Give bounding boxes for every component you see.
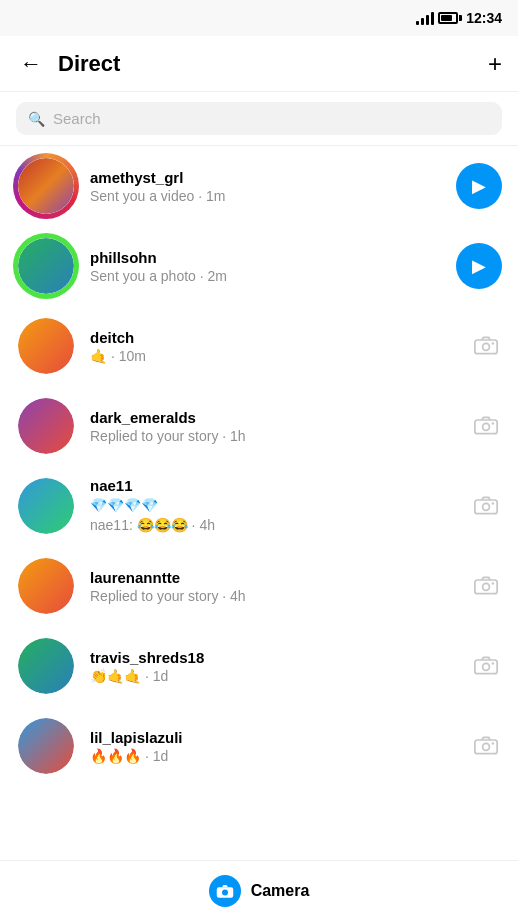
camera-action-button[interactable] <box>470 730 502 762</box>
avatar <box>16 476 76 536</box>
username: phillsohn <box>90 249 442 266</box>
camera-icon <box>209 875 241 907</box>
page-title: Direct <box>58 51 120 77</box>
svg-rect-12 <box>475 660 497 674</box>
username: deitch <box>90 329 456 346</box>
list-item[interactable]: travis_shreds18👏🤙🤙 · 1d <box>0 626 518 706</box>
avatar <box>16 396 76 456</box>
svg-point-5 <box>492 422 495 425</box>
svg-point-16 <box>483 743 490 750</box>
play-button[interactable]: ▶ <box>456 163 502 209</box>
avatar <box>16 556 76 616</box>
svg-rect-9 <box>475 580 497 594</box>
message-preview: 💎💎💎💎nae11: 😂😂😂 · 4h <box>90 496 456 535</box>
camera-action-button[interactable] <box>470 490 502 522</box>
avatar <box>16 236 76 296</box>
svg-point-2 <box>492 342 495 345</box>
svg-point-10 <box>483 583 490 590</box>
username: dark_emeralds <box>90 409 456 426</box>
search-container: 🔍 Search <box>0 92 518 146</box>
svg-rect-15 <box>475 740 497 754</box>
list-item[interactable]: nae11💎💎💎💎nae11: 😂😂😂 · 4h <box>0 466 518 546</box>
camera-action-button[interactable] <box>470 650 502 682</box>
svg-rect-3 <box>475 420 497 434</box>
list-item[interactable]: phillsohnSent you a photo · 2m▶ <box>0 226 518 306</box>
username: nae11 <box>90 477 456 494</box>
search-input[interactable]: Search <box>53 110 101 127</box>
search-icon: 🔍 <box>28 111 45 127</box>
svg-point-1 <box>483 343 490 350</box>
status-time: 12:34 <box>466 10 502 26</box>
message-preview: Replied to your story · 1h <box>90 428 456 444</box>
message-preview: 🔥🔥🔥 · 1d <box>90 748 456 764</box>
svg-rect-6 <box>475 500 497 514</box>
message-preview: 👏🤙🤙 · 1d <box>90 668 456 684</box>
add-button[interactable]: + <box>488 50 502 78</box>
signal-icon <box>416 11 434 25</box>
list-item[interactable]: lil_lapislazuli🔥🔥🔥 · 1d <box>0 706 518 786</box>
list-item[interactable]: amethyst_grlSent you a video · 1m▶ <box>0 146 518 226</box>
list-item[interactable]: laurenanntteReplied to your story · 4h <box>0 546 518 626</box>
bottom-bar[interactable]: Camera <box>0 860 518 920</box>
camera-action-button[interactable] <box>470 410 502 442</box>
play-button[interactable]: ▶ <box>456 243 502 289</box>
avatar <box>16 316 76 376</box>
list-item[interactable]: deitch🤙 · 10m <box>0 306 518 386</box>
messages-list: amethyst_grlSent you a video · 1m▶phills… <box>0 146 518 860</box>
message-preview: Sent you a video · 1m <box>90 188 442 204</box>
back-button[interactable]: ← <box>16 47 46 81</box>
svg-point-4 <box>483 423 490 430</box>
svg-rect-0 <box>475 340 497 354</box>
svg-point-11 <box>492 582 495 585</box>
svg-point-7 <box>483 503 490 510</box>
search-box[interactable]: 🔍 Search <box>16 102 502 135</box>
avatar <box>16 156 76 216</box>
username: laurenanntte <box>90 569 456 586</box>
username: amethyst_grl <box>90 169 442 186</box>
camera-label: Camera <box>251 882 310 900</box>
avatar <box>16 636 76 696</box>
message-preview: Sent you a photo · 2m <box>90 268 442 284</box>
svg-point-13 <box>483 663 490 670</box>
avatar <box>16 716 76 776</box>
camera-action-button[interactable] <box>470 570 502 602</box>
header: ← Direct + <box>0 36 518 92</box>
svg-point-17 <box>492 742 495 745</box>
status-icons: 12:34 <box>416 10 502 26</box>
username: lil_lapislazuli <box>90 729 456 746</box>
username: travis_shreds18 <box>90 649 456 666</box>
camera-action-button[interactable] <box>470 330 502 362</box>
list-item[interactable]: dark_emeraldsReplied to your story · 1h <box>0 386 518 466</box>
status-bar: 12:34 <box>0 0 518 36</box>
svg-point-8 <box>492 502 495 505</box>
svg-point-14 <box>492 662 495 665</box>
svg-point-19 <box>222 889 228 895</box>
message-preview: 🤙 · 10m <box>90 348 456 364</box>
message-preview: Replied to your story · 4h <box>90 588 456 604</box>
battery-icon <box>438 12 462 24</box>
